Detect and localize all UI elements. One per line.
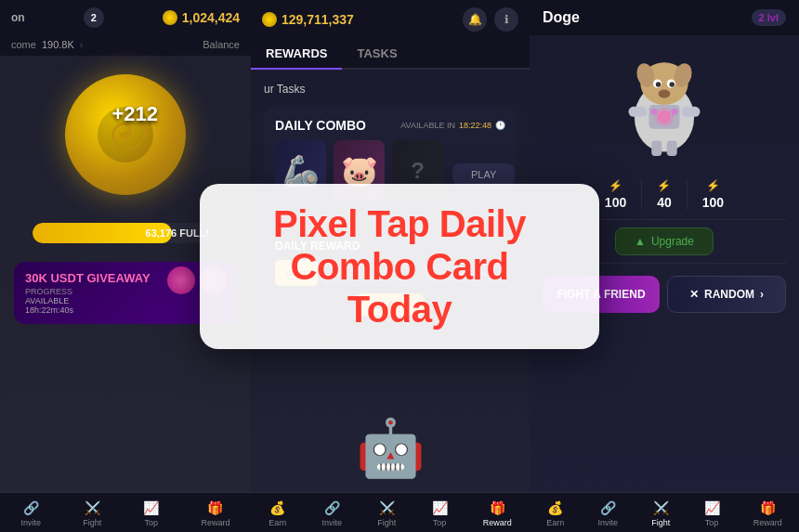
left-main: +212 63,176 FULL! 30K USDT GIVEAWAY PROG…	[0, 56, 251, 324]
giveaway-decorations	[167, 266, 228, 294]
daily-reward-card: DAILY REWARD Day 1 Day 2 Day 3 Day 4 Day…	[264, 228, 517, 327]
coin-icon-middle	[262, 12, 277, 27]
bottom-nav-right: 💰 Earn 🔗 Invite ⚔️ Fight 📈 Top 🎁 Reward	[530, 492, 799, 532]
fight-friend-button[interactable]: FIGHT A FRIEND	[543, 276, 660, 313]
tap-bonus-display: +212	[111, 102, 158, 126]
bottom-nav-middle: 💰 Earn 🔗 Invite ⚔️ Fight 📈 Top 🎁 Reward	[251, 492, 530, 532]
nav-fight-label-middle: Fight	[377, 518, 396, 527]
income-label: come	[11, 39, 36, 50]
balance-display-middle: 129,711,337	[262, 12, 354, 27]
stat-value-1: 100	[605, 195, 626, 210]
combo-play-button[interactable]: PLAY	[452, 163, 515, 186]
random-icon: ✕	[689, 288, 699, 301]
svg-rect-16	[681, 107, 700, 117]
combo-available: AVAILABLE IN 18:22:48 🕐	[400, 121, 505, 130]
middle-panel: 129,711,337 🔔 ℹ REWARDS TASKS ur Tasks D…	[251, 0, 530, 532]
notification-icon[interactable]: 🔔	[463, 7, 487, 32]
arrow-icon: ›	[80, 40, 83, 50]
nav-invite-right[interactable]: 🔗 Invite	[597, 500, 618, 527]
middle-header-top: 129,711,337 🔔 ℹ	[251, 7, 530, 39]
fight-buttons-row: FIGHT A FRIEND ✕ RANDOM ›	[530, 268, 799, 320]
upgrade-arrow-icon: ▲	[635, 235, 646, 248]
combo-card-header: DAILY COMBO AVAILABLE IN 18:22:48 🕐	[275, 118, 505, 133]
invite-icon-left: 🔗	[23, 500, 39, 515]
earn-icon-right: 💰	[547, 500, 563, 515]
energy-bar: 63,176 FULL!	[33, 223, 218, 243]
svg-point-1	[123, 131, 128, 136]
nav-top-label-right: Top	[705, 518, 719, 527]
svg-point-12	[658, 110, 672, 124]
reward-day-3: Day 3	[369, 260, 412, 286]
income-row: come 190.8K › Balance	[0, 35, 251, 56]
svg-rect-15	[629, 107, 648, 117]
nav-invite-label-right: Invite	[597, 518, 618, 527]
tasks-section: ur Tasks DAILY COMBO AVAILABLE IN 18:22:…	[251, 70, 530, 327]
combo-timer: 18:22:48	[459, 121, 491, 130]
middle-header: 129,711,337 🔔 ℹ REWARDS TASKS	[251, 0, 530, 70]
right-panel: Doge 2 lvl	[530, 0, 799, 532]
stats-row: ⚡ 100 ⚡ 40 ⚡ 100	[530, 175, 799, 214]
nav-top-right[interactable]: 📈 Top	[704, 500, 720, 527]
fight-icon-left: ⚔️	[85, 500, 100, 515]
reward-icon-right: 🎁	[760, 500, 776, 515]
reward-day-1: Day 1	[275, 260, 318, 286]
reward-day-2: Day 2	[321, 260, 364, 286]
nav-top-left[interactable]: 📈 Top	[143, 500, 159, 527]
daily-combo-card: DAILY COMBO AVAILABLE IN 18:22:48 🕐 🦾	[264, 107, 517, 219]
daily-reward-title: DAILY REWARD	[275, 240, 505, 253]
divider-stats	[543, 219, 786, 220]
right-header: Doge 2 lvl	[530, 0, 799, 35]
nav-earn-middle[interactable]: 💰 Earn	[269, 500, 286, 527]
svg-point-8	[656, 82, 661, 87]
nav-fight-right[interactable]: ⚔️ Fight	[651, 500, 670, 527]
middle-character: 🤖	[356, 415, 426, 481]
info-icon[interactable]: ℹ	[494, 7, 518, 32]
upgrade-label: Upgrade	[651, 235, 694, 248]
nav-fight-left[interactable]: ⚔️ Fight	[83, 500, 101, 527]
fight-icon-right: ⚔️	[653, 500, 669, 515]
main-coin[interactable]	[65, 74, 186, 195]
tab-bar-middle: REWARDS TASKS	[251, 39, 530, 70]
nav-earn-right[interactable]: 💰 Earn	[546, 500, 564, 527]
energy-text: 63,176 FULL!	[146, 227, 209, 239]
nav-reward-right[interactable]: 🎁 Reward	[753, 500, 782, 527]
tab-tasks[interactable]: TASKS	[342, 39, 412, 68]
nav-invite-left[interactable]: 🔗 Invite	[21, 500, 42, 527]
reward-icon-middle: 🎁	[490, 500, 505, 515]
nav-invite-label-middle: Invite	[321, 518, 342, 527]
nav-invite-middle[interactable]: 🔗 Invite	[321, 500, 342, 527]
nav-reward-label-middle: Reward	[483, 518, 512, 527]
tab-rewards[interactable]: REWARDS	[251, 39, 342, 68]
nav-top-middle[interactable]: 📈 Top	[432, 500, 448, 527]
giveaway-timer: 18h:22m:40s	[25, 305, 226, 315]
combo-cards-row: 🦾 🐷 ?	[275, 140, 443, 201]
invite-icon-middle: 🔗	[324, 500, 340, 515]
top-icon-left: 📈	[143, 500, 159, 515]
nav-earn-label-middle: Earn	[269, 518, 286, 527]
nav-reward-left[interactable]: 🎁 Reward	[201, 500, 229, 527]
top-icon-right: 📈	[704, 500, 720, 515]
nav-reward-middle[interactable]: 🎁 Reward	[483, 500, 512, 527]
random-button[interactable]: ✕ RANDOM ›	[667, 276, 786, 313]
reward-icon-left: 🎁	[207, 500, 223, 515]
giveaway-banner[interactable]: 30K USDT GIVEAWAY PROGRESS AVAILABLE 18h…	[14, 262, 237, 324]
fight-icon-middle: ⚔️	[379, 500, 395, 515]
svg-point-9	[670, 82, 675, 87]
reward-day-4: Day 4	[415, 260, 458, 286]
stat-icon-3: ⚡	[706, 179, 720, 192]
nav-fight-middle[interactable]: ⚔️ Fight	[377, 500, 396, 527]
upgrade-button[interactable]: ▲ Upgrade	[615, 227, 714, 255]
left-panel: on 2 1,024,424 come 190.8K › Balance	[0, 0, 251, 532]
top-icon-middle: 📈	[432, 500, 448, 515]
stat-icon-1: ⚡	[609, 179, 622, 192]
combo-card-1: 🦾	[275, 140, 326, 201]
right-panel-title: Doge	[543, 9, 580, 26]
svg-point-10	[659, 90, 671, 98]
nav-invite-label-left: Invite	[21, 518, 42, 527]
reward-day-5: Day 5	[463, 260, 505, 286]
claim-button[interactable]: CLAIM	[356, 293, 426, 316]
nav-earn-label-right: Earn	[546, 518, 564, 527]
svg-rect-18	[667, 141, 677, 157]
invite-icon-right: 🔗	[600, 500, 616, 515]
blob-purple	[200, 266, 228, 294]
